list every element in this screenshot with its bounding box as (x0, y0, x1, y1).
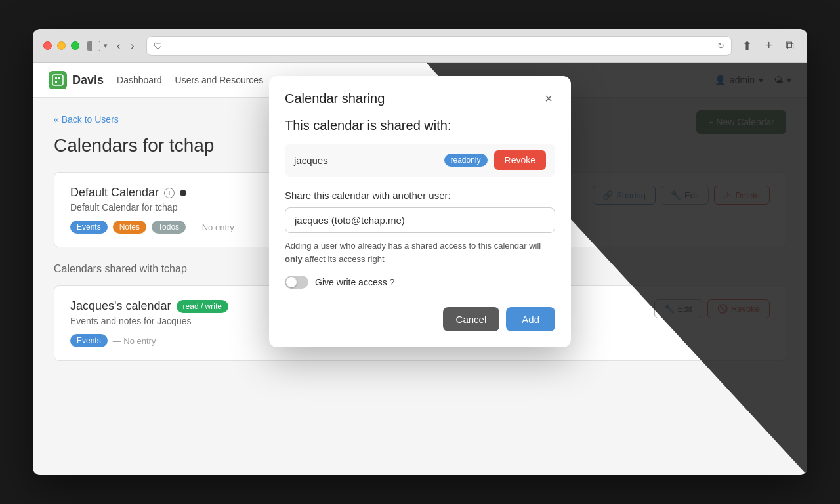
modal-title: Calendar sharing (285, 91, 385, 106)
write-access-label: Give write access ? (315, 277, 394, 287)
modal-header: Calendar sharing × (269, 76, 571, 118)
share-button[interactable]: ⬆ (740, 36, 755, 56)
minimize-button[interactable] (57, 41, 66, 50)
maximize-button[interactable] (71, 41, 79, 50)
tab-overview-button[interactable]: ⧉ (783, 36, 797, 55)
modal-footer: Cancel Add (285, 304, 555, 331)
forward-nav-button[interactable]: › (127, 37, 138, 54)
main-content: Davis Dashboard Users and Resources 👤 ad… (33, 63, 807, 475)
user-search-input[interactable] (285, 207, 555, 233)
revoke-access-button[interactable]: Revoke (494, 150, 546, 170)
address-bar[interactable]: 🛡 ↻ (146, 36, 732, 56)
back-nav-button[interactable]: ‹ (113, 37, 124, 54)
shield-icon: 🛡 (154, 41, 163, 51)
traffic-lights (43, 41, 79, 50)
sidebar-toggle[interactable]: ▾ (87, 41, 108, 51)
modal-body: This calendar is shared with: jacques re… (269, 118, 571, 347)
calendar-sharing-modal: Calendar sharing × This calendar is shar… (269, 76, 571, 347)
cancel-button[interactable]: Cancel (443, 307, 500, 331)
modal-close-button[interactable]: × (542, 89, 555, 108)
shared-user-row: jacques readonly Revoke (285, 144, 555, 177)
readonly-badge: readonly (444, 154, 488, 167)
sidebar-icon (87, 41, 100, 51)
title-bar: ▾ ‹ › 🛡 ↻ ⬆ + ⧉ (33, 29, 807, 63)
shared-username: jacques (294, 155, 438, 166)
toggle-knob (286, 277, 297, 287)
write-access-row: Give write access ? (285, 276, 555, 289)
new-tab-button[interactable]: + (763, 36, 775, 55)
toolbar-right: ⬆ + ⧉ (740, 36, 797, 56)
share-label: Share this calendar with another user: (285, 190, 555, 201)
shared-with-heading: This calendar is shared with: (285, 118, 555, 133)
write-access-toggle[interactable] (285, 276, 308, 289)
nav-controls: ▾ ‹ › (87, 37, 138, 54)
browser-window: ▾ ‹ › 🛡 ↻ ⬆ + ⧉ (33, 29, 807, 475)
reload-icon[interactable]: ↻ (717, 41, 724, 51)
share-hint: Adding a user who already has a shared a… (285, 240, 555, 265)
close-button[interactable] (43, 41, 52, 50)
modal-overlay: Calendar sharing × This calendar is shar… (33, 63, 807, 475)
add-button[interactable]: Add (506, 307, 555, 331)
